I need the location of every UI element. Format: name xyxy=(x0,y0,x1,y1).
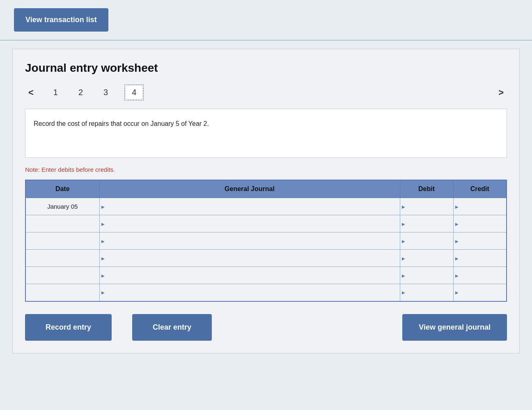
debit-input-4[interactable] xyxy=(400,267,453,284)
journal-input-3[interactable] xyxy=(100,250,400,266)
view-transaction-button[interactable]: View transaction list xyxy=(14,8,108,32)
table-row xyxy=(25,250,507,267)
credit-cell-1[interactable] xyxy=(453,215,507,232)
journal-cell-1[interactable] xyxy=(99,215,400,232)
credit-cell-0[interactable] xyxy=(453,198,507,215)
top-bar: View transaction list xyxy=(0,0,532,41)
journal-input-4[interactable] xyxy=(100,267,400,284)
page-3-button[interactable]: 3 xyxy=(99,85,112,100)
instruction-text: Record the cost of repairs that occur on… xyxy=(34,120,209,127)
credit-input-5[interactable] xyxy=(454,284,507,301)
debit-input-2[interactable] xyxy=(400,232,453,249)
journal-cell-5[interactable] xyxy=(99,284,400,301)
header-credit: Credit xyxy=(453,180,507,198)
table-row xyxy=(25,215,507,232)
credit-input-3[interactable] xyxy=(454,250,507,266)
journal-cell-2[interactable] xyxy=(99,232,400,250)
main-container: Journal entry worksheet < 1 2 3 4 > Reco… xyxy=(12,49,520,353)
table-row xyxy=(25,284,507,301)
page-2-button[interactable]: 2 xyxy=(74,85,87,100)
note-text: Note: Enter debits before credits. xyxy=(25,166,507,173)
debit-cell-3[interactable] xyxy=(400,250,453,267)
button-row: Record entry Clear entry View general jo… xyxy=(25,314,507,341)
table-row xyxy=(25,232,507,250)
table-header-row: Date General Journal Debit Credit xyxy=(25,180,507,198)
clear-entry-button[interactable]: Clear entry xyxy=(132,314,212,341)
date-cell-2 xyxy=(25,232,99,250)
record-entry-button[interactable]: Record entry xyxy=(25,314,112,341)
next-page-button[interactable]: > xyxy=(495,86,507,100)
debit-cell-0[interactable] xyxy=(400,198,453,215)
credit-cell-2[interactable] xyxy=(453,232,507,250)
date-cell-4 xyxy=(25,267,99,284)
date-cell-1 xyxy=(25,215,99,232)
prev-page-button[interactable]: < xyxy=(25,86,37,100)
journal-cell-3[interactable] xyxy=(99,250,400,267)
credit-input-1[interactable] xyxy=(454,215,507,232)
table-row xyxy=(25,267,507,284)
credit-cell-4[interactable] xyxy=(453,267,507,284)
credit-input-2[interactable] xyxy=(454,232,507,249)
debit-cell-5[interactable] xyxy=(400,284,453,301)
debit-cell-4[interactable] xyxy=(400,267,453,284)
worksheet-title: Journal entry worksheet xyxy=(25,61,507,75)
journal-input-0[interactable] xyxy=(100,198,400,215)
credit-cell-5[interactable] xyxy=(453,284,507,301)
journal-input-5[interactable] xyxy=(100,284,400,301)
credit-cell-3[interactable] xyxy=(453,250,507,267)
page-4-button[interactable]: 4 xyxy=(124,84,144,100)
credit-input-4[interactable] xyxy=(454,267,507,284)
debit-input-1[interactable] xyxy=(400,215,453,232)
credit-input-0[interactable] xyxy=(454,198,507,215)
journal-table: Date General Journal Debit Credit Januar… xyxy=(25,180,507,302)
navigation-row: < 1 2 3 4 > xyxy=(25,84,507,100)
page-1-button[interactable]: 1 xyxy=(49,85,62,100)
date-cell-3 xyxy=(25,250,99,267)
header-debit: Debit xyxy=(400,180,453,198)
view-general-journal-button[interactable]: View general journal xyxy=(402,314,507,341)
debit-input-3[interactable] xyxy=(400,250,453,266)
header-general-journal: General Journal xyxy=(99,180,400,198)
date-cell-0: January 05 xyxy=(25,198,99,215)
journal-input-2[interactable] xyxy=(100,232,400,249)
debit-input-5[interactable] xyxy=(400,284,453,301)
debit-input-0[interactable] xyxy=(400,198,453,215)
journal-input-1[interactable] xyxy=(100,215,400,232)
instruction-box: Record the cost of repairs that occur on… xyxy=(25,109,507,158)
journal-cell-0[interactable] xyxy=(99,198,400,215)
date-cell-5 xyxy=(25,284,99,301)
debit-cell-2[interactable] xyxy=(400,232,453,250)
journal-cell-4[interactable] xyxy=(99,267,400,284)
header-date: Date xyxy=(25,180,99,198)
debit-cell-1[interactable] xyxy=(400,215,453,232)
table-row: January 05 xyxy=(25,198,507,215)
